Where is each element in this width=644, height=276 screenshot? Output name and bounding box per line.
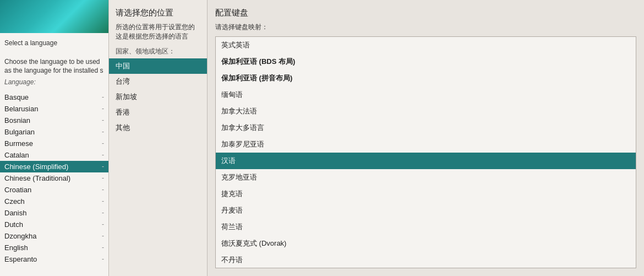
keyboard-name: 英式英语	[221, 41, 250, 49]
language-item[interactable]: Bulgarian-	[0, 126, 108, 138]
language-name: Bosnian	[4, 116, 30, 125]
region-item[interactable]: 新加坡	[109, 89, 207, 105]
language-item[interactable]: Burmese-	[0, 138, 108, 149]
middle-panel-label: 国家、领地或地区：	[109, 45, 207, 58]
region-item[interactable]: 台湾	[109, 74, 207, 89]
language-name: English	[4, 243, 28, 252]
language-item[interactable]: Belarusian-	[0, 103, 108, 115]
keyboard-item[interactable]: 保加利亚语 (拼音布局)	[216, 70, 636, 86]
language-name: Belarusian	[4, 105, 38, 113]
keyboard-list-container: 英式英语保加利亚语 (BDS 布局)保加利亚语 (拼音布局)缅甸语加拿大法语加拿…	[215, 36, 636, 268]
language-name: Czech	[4, 197, 25, 205]
language-dash: -	[102, 232, 104, 240]
keyboard-item[interactable]: 德沃夏克式 (Dvorak)	[216, 235, 636, 252]
keyboard-name: 捷克语	[221, 190, 243, 198]
language-name: Esperanto	[4, 255, 37, 263]
language-dash: -	[102, 93, 104, 101]
keyboard-item[interactable]: 克罗地亚语	[216, 169, 636, 186]
language-dash: -	[102, 151, 104, 159]
keyboard-item[interactable]: 英式英语	[216, 37, 636, 53]
keyboard-name: 加泰罗尼亚语	[221, 140, 264, 148]
language-item[interactable]: Esperanto-	[0, 253, 108, 265]
keyboard-name: 克罗地亚语	[221, 173, 257, 181]
language-item[interactable]: Catalan-	[0, 149, 108, 161]
right-panel-title: 配置键盘	[208, 0, 644, 23]
left-panel-desc-text: Choose the language to be used as the la…	[4, 58, 103, 75]
keyboard-name: 加拿大多语言	[221, 123, 264, 132]
language-dash: -	[102, 255, 104, 263]
language-name: Chinese (Simplified)	[4, 163, 68, 171]
region-name: 新加坡	[116, 93, 137, 101]
keyboard-name: 荷兰语	[221, 223, 243, 231]
language-name: Bulgarian	[4, 128, 35, 136]
region-item[interactable]: 其他	[109, 120, 207, 136]
keyboard-name: 保加利亚语 (拼音布局)	[221, 74, 292, 82]
language-item[interactable]: Chinese (Traditional)-	[0, 172, 108, 184]
keyboard-name: 缅甸语	[221, 90, 243, 99]
keyboard-name: 加拿大法语	[221, 107, 257, 115]
language-dash: -	[102, 128, 104, 136]
region-list: 中国台湾新加坡香港其他	[109, 58, 207, 276]
keyboard-name: 汉语	[221, 156, 236, 165]
region-item[interactable]: 香港	[109, 105, 207, 120]
left-panel-title: Select a language	[4, 39, 57, 47]
language-item[interactable]: Dutch-	[0, 219, 108, 230]
language-name: Basque	[4, 93, 29, 101]
language-item[interactable]: English-	[0, 242, 108, 253]
language-dash: -	[102, 163, 104, 170]
language-name: Catalan	[4, 151, 29, 159]
language-name: Burmese	[4, 139, 33, 148]
keyboard-name: 德沃夏克式 (Dvorak)	[221, 239, 286, 247]
right-panel: 配置键盘 请选择键盘映射： 英式英语保加利亚语 (BDS 布局)保加利亚语 (拼…	[208, 0, 644, 276]
language-item[interactable]: Chinese (Simplified)-	[0, 161, 108, 172]
middle-panel: 请选择您的位置 所选的位置将用于设置您的 这是根据您所选择的语言 国家、领地或地…	[108, 0, 208, 276]
language-item[interactable]: Bosnian-	[0, 115, 108, 126]
region-name: 香港	[116, 108, 130, 116]
keyboard-item[interactable]: 缅甸语	[216, 86, 636, 103]
region-name: 台湾	[116, 77, 130, 85]
language-item[interactable]: Dzongkha-	[0, 230, 108, 242]
region-name: 中国	[116, 62, 130, 70]
language-dash: -	[102, 105, 104, 112]
language-name: Danish	[4, 209, 26, 217]
left-panel-label: Language:	[4, 78, 104, 87]
language-dash: -	[102, 174, 104, 182]
language-item[interactable]: Basque-	[0, 91, 108, 103]
language-dash: -	[102, 220, 104, 228]
keyboard-item[interactable]: 不丹语	[216, 252, 636, 268]
left-panel: Select a language Choose the language to…	[0, 0, 108, 276]
keyboard-item[interactable]: 捷克语	[216, 186, 636, 202]
keyboard-item[interactable]: 保加利亚语 (BDS 布局)	[216, 53, 636, 70]
keyboard-item[interactable]: 丹麦语	[216, 202, 636, 219]
right-panel-desc: 请选择键盘映射：	[208, 23, 644, 36]
keyboard-item[interactable]: 荷兰语	[216, 219, 636, 235]
language-dash: -	[102, 243, 104, 251]
keyboard-name: 保加利亚语 (BDS 布局)	[221, 57, 295, 66]
language-item[interactable]: Danish-	[0, 207, 108, 219]
language-name: Dutch	[4, 220, 23, 229]
keyboard-item[interactable]: 加泰罗尼亚语	[216, 136, 636, 153]
language-name: Chinese (Traditional)	[4, 174, 70, 182]
middle-panel-desc: 所选的位置将用于设置您的 这是根据您所选择的语言	[109, 23, 207, 45]
region-item[interactable]: 中国	[109, 58, 207, 74]
language-dash: -	[102, 116, 104, 124]
left-panel-description: Select a language Choose the language to…	[0, 33, 108, 89]
language-item[interactable]: Czech-	[0, 196, 108, 207]
language-dash: -	[102, 186, 104, 193]
language-name: Croatian	[4, 186, 31, 194]
keyboard-item[interactable]: 加拿大法语	[216, 103, 636, 120]
language-dash: -	[102, 197, 104, 205]
keyboard-name: 丹麦语	[221, 206, 243, 214]
language-list: Basque-Belarusian-Bosnian-Bulgarian-Burm…	[0, 91, 108, 276]
language-dash: -	[102, 139, 104, 147]
language-dash: -	[102, 209, 104, 217]
middle-panel-title: 请选择您的位置	[109, 0, 207, 23]
language-item[interactable]: Croatian-	[0, 184, 108, 196]
region-name: 其他	[116, 123, 130, 132]
left-panel-header	[0, 0, 108, 33]
keyboard-item[interactable]: 汉语	[216, 153, 636, 169]
keyboard-item[interactable]: 加拿大多语言	[216, 120, 636, 136]
language-name: Dzongkha	[4, 232, 37, 240]
keyboard-name: 不丹语	[221, 256, 243, 264]
